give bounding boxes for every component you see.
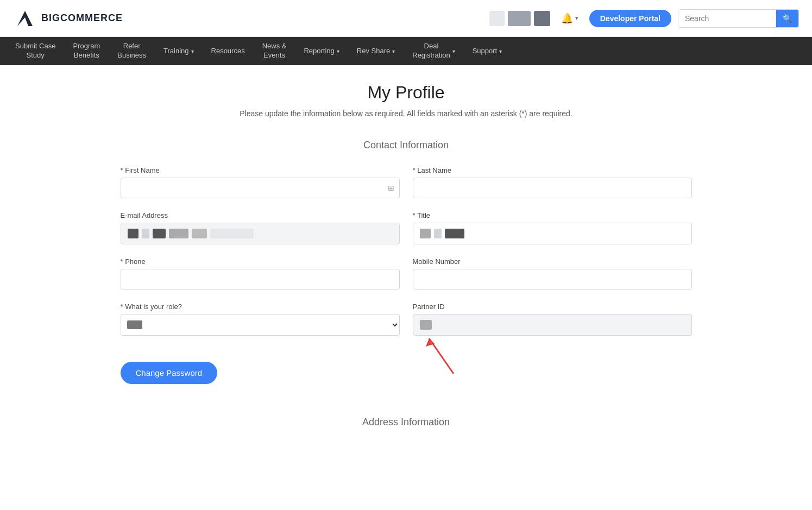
email-title-row: E-mail Address * Title: [121, 211, 692, 244]
nav-item-news-events[interactable]: News &Events: [254, 37, 295, 65]
email-field: [121, 223, 400, 244]
search-icon: 🔍: [783, 14, 792, 23]
nav-bar: Submit CaseStudy ProgramBenefits ReferBu…: [0, 37, 812, 65]
mobile-input[interactable]: [413, 269, 692, 289]
header-avatars: [489, 11, 550, 26]
role-label: * What is your role?: [121, 303, 400, 311]
phone-group: * Phone: [121, 257, 400, 289]
search-input[interactable]: [678, 10, 776, 27]
name-row: * First Name ⊞ * Last Name: [121, 166, 692, 198]
nav-label-deal-registration: DealRegistration: [412, 42, 450, 60]
header-right: 🔔 ▾ Developer Portal 🔍: [489, 9, 799, 28]
address-section-title: Address Information: [121, 406, 692, 428]
support-dropdown-arrow: ▾: [499, 48, 502, 55]
annotation-area: [413, 314, 692, 336]
nav-label-refer-business: ReferBusiness: [117, 42, 146, 60]
nav-item-resources[interactable]: Resources: [203, 37, 254, 65]
main-content: My Profile Please update the information…: [108, 65, 705, 445]
bigcommerce-logo: [13, 7, 37, 30]
deal-reg-dropdown-arrow: ▾: [452, 48, 455, 55]
partner-id-group: Partner ID: [413, 303, 692, 336]
email-block-1: [128, 229, 139, 238]
email-block-5: [192, 229, 207, 238]
nav-label-rev-share: Rev Share: [357, 47, 390, 56]
first-name-input[interactable]: [121, 178, 400, 198]
nav-label-training: Training: [163, 47, 188, 56]
nav-label-resources: Resources: [211, 47, 245, 56]
nav-label-support: Support: [473, 47, 498, 56]
partner-id-field: [413, 314, 692, 336]
title-group: * Title: [413, 211, 692, 244]
email-block-2: [142, 229, 149, 238]
notification-dropdown-arrow: ▾: [575, 15, 578, 22]
search-button[interactable]: 🔍: [776, 10, 798, 27]
change-password-section: Change Password: [121, 357, 692, 384]
title-field: [413, 223, 692, 244]
nav-item-training[interactable]: Training ▾: [155, 37, 202, 65]
role-select[interactable]: Developer Agency Reseller: [121, 314, 400, 336]
bell-icon: 🔔: [561, 12, 573, 24]
phone-input[interactable]: [121, 269, 400, 289]
nav-item-deal-registration[interactable]: DealRegistration ▾: [404, 37, 463, 65]
nav-item-support[interactable]: Support ▾: [464, 37, 511, 65]
nav-label-submit-case-study: Submit CaseStudy: [15, 42, 55, 60]
email-label: E-mail Address: [121, 211, 400, 219]
mobile-label: Mobile Number: [413, 257, 692, 266]
nav-item-submit-case-study[interactable]: Submit CaseStudy: [7, 37, 64, 65]
first-name-wrapper: ⊞: [121, 178, 400, 198]
email-block-6: [210, 229, 254, 238]
mobile-group: Mobile Number: [413, 257, 692, 289]
avatar-3: [534, 11, 550, 26]
title-block-3: [445, 229, 464, 238]
top-header: BIGCOMMERCE 🔔 ▾ Developer Portal 🔍: [0, 0, 812, 37]
field-icon: ⊞: [388, 184, 394, 192]
phone-label: * Phone: [121, 257, 400, 266]
role-select-wrapper: Developer Agency Reseller: [121, 314, 400, 336]
logo-area: BIGCOMMERCE: [13, 7, 123, 30]
nav-item-program-benefits[interactable]: ProgramBenefits: [64, 37, 109, 65]
nav-item-rev-share[interactable]: Rev Share ▾: [348, 37, 404, 65]
rev-share-dropdown-arrow: ▾: [392, 48, 395, 55]
title-block-2: [434, 229, 442, 238]
page-subtitle: Please update the information below as r…: [121, 109, 692, 118]
partner-id-label: Partner ID: [413, 303, 692, 311]
email-group: E-mail Address: [121, 211, 400, 244]
training-dropdown-arrow: ▾: [191, 48, 194, 55]
svg-marker-3: [426, 338, 435, 347]
notification-button[interactable]: 🔔 ▾: [557, 10, 583, 27]
nav-item-refer-business[interactable]: ReferBusiness: [109, 37, 155, 65]
reporting-dropdown-arrow: ▾: [337, 48, 339, 55]
last-name-group: * Last Name: [413, 166, 692, 198]
email-block-4: [169, 229, 188, 238]
avatar-2: [508, 11, 531, 26]
last-name-label: * Last Name: [413, 166, 692, 174]
email-block-3: [153, 229, 166, 238]
logo-text: BIGCOMMERCE: [41, 12, 123, 24]
nav-label-news-events: News &Events: [262, 42, 287, 60]
nav-item-reporting[interactable]: Reporting ▾: [295, 37, 348, 65]
title-block-1: [420, 229, 431, 238]
first-name-group: * First Name ⊞: [121, 166, 400, 198]
avatar-1: [489, 11, 505, 26]
developer-portal-button[interactable]: Developer Portal: [589, 10, 671, 27]
role-group: * What is your role? Developer Agency Re…: [121, 303, 400, 336]
role-partner-row: * What is your role? Developer Agency Re…: [121, 303, 692, 336]
change-password-button[interactable]: Change Password: [121, 362, 218, 384]
contact-section-title: Contact Information: [121, 140, 692, 151]
first-name-label: * First Name: [121, 166, 400, 174]
page-title: My Profile: [121, 83, 692, 103]
nav-label-program-benefits: ProgramBenefits: [73, 42, 100, 60]
partner-id-block: [420, 320, 432, 330]
search-area: 🔍: [678, 9, 799, 28]
last-name-input[interactable]: [413, 178, 692, 198]
phone-row: * Phone Mobile Number: [121, 257, 692, 289]
nav-label-reporting: Reporting: [304, 47, 334, 56]
title-label: * Title: [413, 211, 692, 219]
